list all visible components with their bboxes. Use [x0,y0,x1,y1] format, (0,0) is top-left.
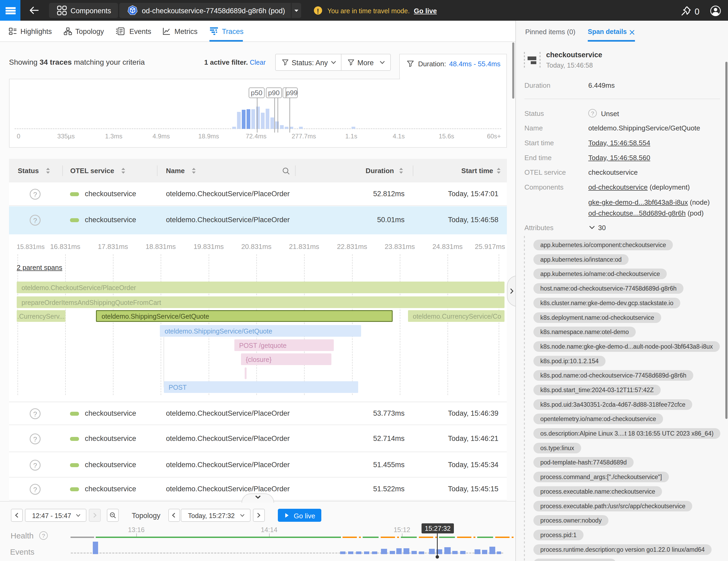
svg-text:0: 0 [695,7,699,16]
